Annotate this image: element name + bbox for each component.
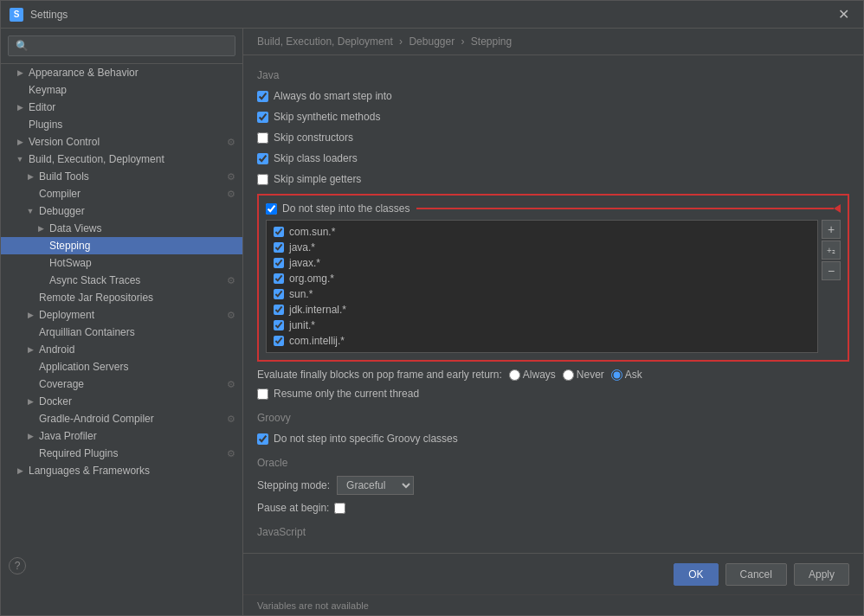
sidebar-item-plugins[interactable]: Plugins bbox=[1, 116, 242, 133]
class-checkbox-jdk-internal[interactable] bbox=[274, 305, 284, 315]
groovy-checkbox-row: Do not step into specific Groovy classes bbox=[257, 431, 849, 446]
status-text: Variables are not available bbox=[257, 600, 369, 611]
tree-arrow-vc bbox=[15, 137, 25, 147]
tree-arrow-deployment bbox=[25, 310, 35, 320]
remove-class-button[interactable]: − bbox=[822, 261, 841, 280]
sidebar-item-docker[interactable]: Docker bbox=[1, 393, 242, 410]
sidebar-item-app-servers[interactable]: Application Servers bbox=[1, 358, 242, 375]
class-name: org.omg.* bbox=[289, 273, 334, 285]
settings-content: Java Always do smart step into Skip synt… bbox=[243, 55, 863, 553]
class-checkbox-javax[interactable] bbox=[274, 258, 284, 268]
sidebar-item-deployment[interactable]: Deployment ⚙ bbox=[1, 306, 242, 324]
skip-class-loaders-row: Skip class loaders bbox=[257, 151, 849, 166]
sidebar-item-hotswap[interactable]: HotSwap bbox=[1, 254, 242, 272]
radio-always-input[interactable] bbox=[509, 369, 520, 381]
class-checkbox-java[interactable] bbox=[274, 242, 284, 253]
sidebar-item-android[interactable]: Android bbox=[1, 341, 242, 358]
radio-never-input[interactable] bbox=[563, 369, 574, 381]
tree-arrow-arquillian bbox=[25, 327, 35, 337]
pause-at-begin-checkbox[interactable] bbox=[334, 503, 345, 514]
sidebar-item-label: Build Tools bbox=[39, 170, 89, 183]
skip-constructors-checkbox[interactable] bbox=[257, 132, 268, 144]
skip-getters-checkbox[interactable] bbox=[257, 174, 268, 185]
tree-arrow-build bbox=[15, 154, 25, 164]
sidebar-item-label: Plugins bbox=[29, 119, 62, 131]
sidebar-item-appearance-behavior[interactable]: Appearance & Behavior bbox=[1, 64, 242, 81]
skip-synthetic-label: Skip synthetic methods bbox=[274, 111, 380, 123]
sidebar-item-label: Application Servers bbox=[39, 361, 128, 373]
groovy-checkbox[interactable] bbox=[257, 433, 268, 445]
pause-at-begin-label: Pause at begin: bbox=[257, 502, 329, 514]
smart-step-checkbox[interactable] bbox=[257, 91, 268, 102]
class-checkbox-com-intellij[interactable] bbox=[274, 336, 284, 346]
sidebar-item-label: Stepping bbox=[49, 240, 90, 252]
oracle-section: Oracle Stepping mode: Graceful Normal St… bbox=[257, 457, 849, 516]
groovy-section: Groovy Do not step into specific Groovy … bbox=[257, 412, 849, 446]
skip-class-loaders-checkbox[interactable] bbox=[257, 153, 268, 164]
class-checkbox-sun[interactable] bbox=[274, 289, 284, 299]
radio-always: Always bbox=[509, 369, 556, 381]
title-bar: S Settings ✕ bbox=[1, 1, 863, 29]
sidebar: Appearance & Behavior Keymap Editor Plug… bbox=[1, 29, 243, 615]
action-icon: ⚙ bbox=[227, 137, 235, 148]
sidebar-item-languages[interactable]: Languages & Frameworks bbox=[1, 462, 242, 479]
do-not-step-box: Do not step into the classes com.sun.* bbox=[257, 194, 849, 362]
tree-arrow-plugins bbox=[15, 119, 25, 130]
sidebar-item-version-control[interactable]: Version Control ⚙ bbox=[1, 133, 242, 151]
class-checkbox-junit[interactable] bbox=[274, 320, 284, 330]
sidebar-item-async-stack[interactable]: Async Stack Traces ⚙ bbox=[1, 272, 242, 289]
ok-button[interactable]: OK bbox=[674, 563, 718, 586]
sidebar-item-stepping[interactable]: Stepping bbox=[1, 237, 242, 254]
class-checkbox-orgomg[interactable] bbox=[274, 273, 284, 284]
tree-arrow-remotejar bbox=[25, 292, 35, 303]
stepping-mode-select[interactable]: Graceful Normal Step Over bbox=[337, 476, 414, 495]
help-button[interactable]: ? bbox=[9, 557, 26, 574]
skip-getters-label: Skip simple getters bbox=[274, 173, 361, 185]
add-class-button[interactable]: + bbox=[822, 220, 841, 239]
sidebar-item-debugger[interactable]: Debugger bbox=[1, 202, 242, 220]
close-button[interactable]: ✕ bbox=[833, 4, 854, 24]
do-not-step-checkbox[interactable] bbox=[266, 203, 277, 215]
action-icon: ⚙ bbox=[227, 171, 235, 183]
sidebar-item-gradle-android[interactable]: Gradle-Android Compiler ⚙ bbox=[1, 410, 242, 427]
sidebar-item-keymap[interactable]: Keymap bbox=[1, 81, 242, 99]
apply-button[interactable]: Apply bbox=[794, 563, 849, 586]
stepping-mode-row: Stepping mode: Graceful Normal Step Over bbox=[257, 476, 849, 495]
tree-arrow-stepping bbox=[35, 241, 46, 251]
sidebar-item-compiler[interactable]: Compiler ⚙ bbox=[1, 185, 242, 202]
add-class2-button[interactable]: +₂ bbox=[822, 241, 841, 260]
sidebar-item-label: Version Control bbox=[29, 136, 100, 148]
tree-arrow-languages bbox=[15, 465, 25, 476]
sidebar-item-required-plugins[interactable]: Required Plugins ⚙ bbox=[1, 445, 242, 462]
sidebar-item-build-tools[interactable]: Build Tools ⚙ bbox=[1, 168, 242, 185]
sidebar-item-label: Build, Execution, Deployment bbox=[29, 153, 164, 165]
sidebar-item-coverage[interactable]: Coverage ⚙ bbox=[1, 375, 242, 393]
sidebar-item-label: Async Stack Traces bbox=[49, 274, 140, 286]
sidebar-item-java-profiler[interactable]: Java Profiler bbox=[1, 427, 242, 445]
class-item: com.sun.* bbox=[270, 224, 814, 240]
classes-list[interactable]: com.sun.* java.* javax.* bbox=[266, 220, 818, 353]
class-checkbox-comsun[interactable] bbox=[274, 227, 284, 237]
action-icon: ⚙ bbox=[227, 310, 235, 321]
resume-thread-row: Resume only the current thread bbox=[257, 386, 849, 401]
skip-synthetic-checkbox[interactable] bbox=[257, 112, 268, 123]
sidebar-item-remote-jar[interactable]: Remote Jar Repositories bbox=[1, 289, 242, 306]
sidebar-item-label: Arquillian Containers bbox=[39, 326, 135, 338]
class-item: jdk.internal.* bbox=[270, 302, 814, 318]
sidebar-item-editor[interactable]: Editor bbox=[1, 99, 242, 116]
breadcrumb: Build, Execution, Deployment › Debugger … bbox=[243, 29, 863, 55]
radio-always-label: Always bbox=[523, 369, 556, 381]
sidebar-item-label: Remote Jar Repositories bbox=[39, 292, 153, 304]
oracle-section-label: Oracle bbox=[257, 457, 849, 469]
always-smart-step-row: Always do smart step into bbox=[257, 88, 849, 104]
classes-list-container: com.sun.* java.* javax.* bbox=[266, 220, 841, 353]
sidebar-item-label: Languages & Frameworks bbox=[29, 465, 150, 477]
sidebar-item-build-execution[interactable]: Build, Execution, Deployment bbox=[1, 151, 242, 168]
search-input[interactable] bbox=[8, 35, 235, 56]
resume-thread-checkbox[interactable] bbox=[257, 388, 268, 400]
radio-ask-input[interactable] bbox=[611, 369, 622, 381]
sidebar-item-label: Android bbox=[39, 343, 74, 356]
sidebar-item-arquillian[interactable]: Arquillian Containers bbox=[1, 324, 242, 341]
cancel-button[interactable]: Cancel bbox=[725, 563, 787, 586]
sidebar-item-data-views[interactable]: Data Views bbox=[1, 220, 242, 237]
